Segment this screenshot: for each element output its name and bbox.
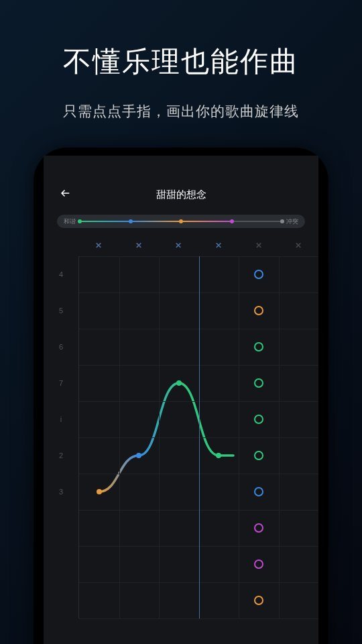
hero-title: 不懂乐理也能作曲 <box>0 43 362 80</box>
y-axis-label <box>44 546 78 582</box>
y-axis-label: i <box>44 401 78 437</box>
note-palette-circle[interactable] <box>254 270 263 279</box>
slider-stop[interactable] <box>78 219 82 223</box>
slider-stop[interactable] <box>280 219 284 223</box>
phone-frame: 甜甜的想念 和谐 冲突 ✕✕✕✕✕✕ 4567i23 <box>34 148 328 644</box>
note-palette-circle[interactable] <box>254 451 263 460</box>
note-palette-circle[interactable] <box>254 415 263 424</box>
grid-hline <box>79 619 318 619</box>
y-axis-label: 6 <box>44 329 78 365</box>
note-palette-circle[interactable] <box>254 559 263 569</box>
note-palette-circle[interactable] <box>254 306 263 315</box>
slider-label-left: 和谐 <box>64 217 76 226</box>
slider-stop[interactable] <box>179 219 183 223</box>
melody-grid[interactable] <box>78 256 318 619</box>
back-icon[interactable] <box>60 186 72 203</box>
note-palette-circle[interactable] <box>254 523 263 533</box>
playhead <box>199 256 200 619</box>
melody-node[interactable] <box>136 453 141 458</box>
column-close-icon[interactable]: ✕ <box>95 241 102 250</box>
column-close-icon[interactable]: ✕ <box>255 241 262 250</box>
column-close-icon[interactable]: ✕ <box>215 241 222 250</box>
column-close-icon[interactable]: ✕ <box>295 241 302 250</box>
y-axis: 4567i23 <box>44 256 78 619</box>
note-palette-circle[interactable] <box>254 378 263 388</box>
note-palette-circle[interactable] <box>254 487 263 496</box>
y-axis-label: 4 <box>44 256 78 292</box>
y-axis-label: 7 <box>44 365 78 401</box>
melody-node[interactable] <box>216 453 221 458</box>
y-axis-label <box>44 510 78 546</box>
y-axis-label: 3 <box>44 474 78 510</box>
column-close-icon[interactable]: ✕ <box>135 241 142 250</box>
y-axis-label: 2 <box>44 437 78 474</box>
melody-grid-area: 4567i23 <box>44 256 318 619</box>
column-close-row: ✕✕✕✕✕✕ <box>44 237 318 254</box>
y-axis-label <box>44 582 78 619</box>
column-close-icon[interactable]: ✕ <box>175 241 182 250</box>
phone-screen: 甜甜的想念 和谐 冲突 ✕✕✕✕✕✕ 4567i23 <box>44 156 318 644</box>
slider-track <box>80 221 282 222</box>
grid-vline <box>279 256 280 619</box>
app-header: 甜甜的想念 <box>44 180 318 209</box>
melody-node[interactable] <box>97 489 102 494</box>
note-palette-circle[interactable] <box>254 342 263 352</box>
app-title: 甜甜的想念 <box>57 189 305 201</box>
grid-vline <box>119 256 120 619</box>
y-axis-label: 5 <box>44 292 78 329</box>
grid-vline <box>239 256 239 619</box>
note-palette-circle[interactable] <box>254 596 263 605</box>
slider-label-right: 冲突 <box>286 217 298 226</box>
slider-stop[interactable] <box>129 219 133 223</box>
grid-vline <box>159 256 160 619</box>
hero-subtitle: 只需点点手指，画出你的歌曲旋律线 <box>0 102 362 121</box>
slider-stop[interactable] <box>230 219 234 223</box>
melody-node[interactable] <box>176 380 182 386</box>
harmony-slider[interactable]: 和谐 冲突 <box>57 215 305 228</box>
